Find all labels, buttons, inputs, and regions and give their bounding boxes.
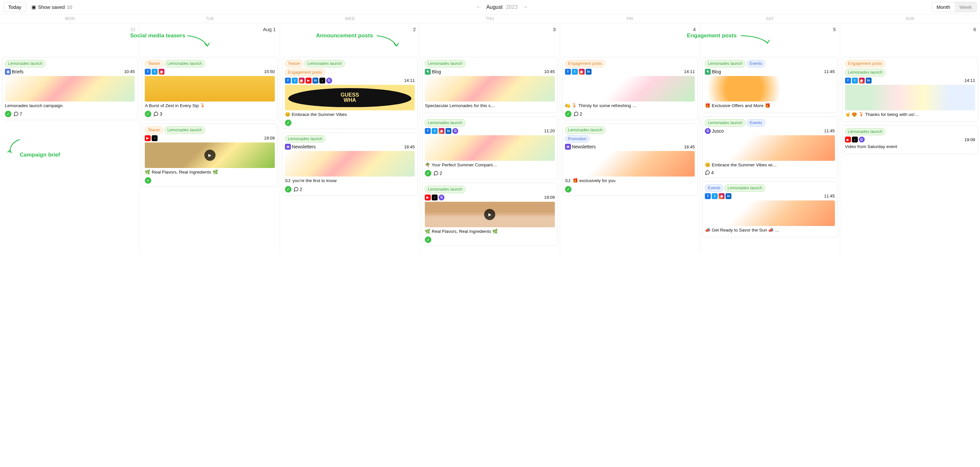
- post-thumbnail: [565, 151, 695, 176]
- weekday-fri: FRI: [560, 14, 700, 23]
- comments-count[interactable]: 2: [574, 111, 582, 117]
- day-col-4: 4 Engagement posts f t ◉ in 14:11 🍋 🍹 Th…: [560, 23, 700, 254]
- day-col-2: 2 Announcement posts Teaser Lemonades la…: [280, 23, 420, 254]
- tag-campaign: Lemonades launch: [425, 119, 465, 127]
- post-thumbnail: [285, 151, 415, 176]
- planable-icon: G: [326, 78, 332, 84]
- post-card[interactable]: Lemonades launch ✎Blog 10:45 Spectacular…: [422, 57, 557, 113]
- twitter-icon: t: [152, 69, 158, 75]
- status-check-icon: ✓: [145, 111, 151, 117]
- post-card[interactable]: Lemonades launch ▶ ♪ G 19:09 ▶ 🌿 Real Fl…: [422, 183, 557, 246]
- next-month-arrow[interactable]: →: [521, 3, 529, 11]
- topbar: Today ▣ Show saved 10 ← August 2023 → Mo…: [0, 0, 980, 14]
- channel-label: Jusco: [712, 129, 724, 133]
- view-week-tab[interactable]: Week: [955, 2, 977, 12]
- post-title: Lemonades launch campaign: [5, 103, 135, 109]
- post-time: 14:11: [964, 78, 975, 83]
- channel-label: Blog: [712, 69, 721, 74]
- instagram-icon: ◉: [859, 78, 865, 84]
- post-card[interactable]: Teaser Lemonades launch Engagement posts…: [282, 57, 418, 129]
- post-card[interactable]: Lemonades launch ✉Newsletters 18:45 SJ: …: [282, 132, 418, 195]
- linkedin-icon: in: [725, 193, 732, 199]
- post-card[interactable]: Events Lemonades launch f t ◉ in 11:45 📣…: [702, 181, 837, 237]
- tag-campaign: Lemonades launch: [565, 126, 606, 134]
- tag-engagement: Engagement posts: [285, 69, 325, 76]
- post-thumbnail: [145, 76, 274, 102]
- comments-count[interactable]: 7: [13, 111, 22, 117]
- post-time: 10:45: [124, 69, 135, 74]
- show-saved-toggle[interactable]: ▣ Show saved 10: [32, 4, 72, 10]
- view-month-tab[interactable]: Month: [932, 2, 955, 12]
- annotation-brief: Campaign brief: [20, 152, 60, 158]
- post-time: 19:09: [964, 137, 975, 142]
- blog-icon: ✎: [705, 69, 711, 75]
- tag-campaign: Lemonades launch: [285, 135, 326, 143]
- comments-count[interactable]: 2: [293, 187, 302, 192]
- post-card[interactable]: Lemonades launch ▶ ♪ G 19:09 Video from …: [842, 125, 978, 154]
- year-label: 2023: [506, 4, 517, 10]
- weekday-sun: SUN: [840, 14, 980, 23]
- post-thumbnail: [425, 135, 555, 161]
- post-title: 😊 Embrace the Summer Vibes: [285, 112, 415, 118]
- tag-campaign: Lemonades launch: [304, 60, 345, 67]
- post-card[interactable]: Lemonades launch Events ✎Blog 11:45 🎁 Ex…: [702, 57, 837, 113]
- comments-count[interactable]: 2: [433, 171, 442, 176]
- today-button[interactable]: Today: [3, 2, 26, 12]
- day-number: 3: [422, 25, 557, 35]
- prev-month-arrow[interactable]: ←: [475, 3, 483, 11]
- post-time: 11:45: [824, 69, 835, 74]
- tiktok-icon: ♪: [432, 195, 438, 200]
- tag-campaign: Lemonades launch: [845, 128, 886, 136]
- channel-label: Newsletters: [292, 144, 316, 149]
- comments-count[interactable]: 3: [153, 111, 162, 117]
- status-check-icon: ✓: [5, 111, 11, 117]
- post-title: 😊 Embrace the Summer Vibes wi…: [705, 162, 835, 168]
- post-card[interactable]: Engagement posts Lemonades launch f t ◉ …: [842, 57, 978, 122]
- tag-promotion: Promotion: [565, 135, 590, 143]
- post-thumbnail: [5, 76, 135, 102]
- tag-events: Events: [705, 184, 723, 192]
- saved-count: 10: [67, 4, 72, 10]
- facebook-icon: f: [285, 78, 291, 84]
- comments-count[interactable]: 4: [705, 170, 714, 175]
- tag-campaign: Lemonades launch: [845, 69, 886, 76]
- post-thumbnail: ▶: [425, 202, 555, 227]
- month-label: August: [487, 4, 503, 10]
- youtube-icon: ▶: [145, 135, 151, 141]
- tag-campaign: Lemonades launch: [724, 184, 765, 192]
- tag-engagement: Engagement posts: [565, 60, 605, 67]
- weekday-sat: SAT: [700, 14, 840, 23]
- day-col-3: 3 Lemonades launch ✎Blog 10:45 Spectacul…: [420, 23, 560, 254]
- day-col-5: 5 Engagement posts Lemonades launch Even…: [700, 23, 840, 254]
- post-card[interactable]: Lemonades launch Promotion ✉Newsletters …: [562, 124, 698, 195]
- post-thumbnail: [565, 76, 695, 102]
- post-title: Video from Saturday event: [845, 144, 975, 150]
- status-check-icon: ✓: [285, 119, 291, 126]
- weekday-tue: TUE: [140, 14, 280, 23]
- weekday-mon: MON: [0, 14, 140, 23]
- twitter-icon: t: [572, 69, 578, 75]
- tiktok-icon: ♪: [152, 135, 158, 141]
- post-card[interactable]: Lemonades launch f t ◉ in G 11:20 🌴 Your…: [422, 116, 557, 179]
- post-time: 11:45: [824, 129, 835, 133]
- post-card[interactable]: Lemonades launch ▤Briefs 10:45 Lemonades…: [2, 57, 138, 120]
- tag-events: Events: [747, 60, 765, 67]
- post-card[interactable]: Engagement posts f t ◉ in 14:11 🍋 🍹 Thir…: [562, 57, 698, 120]
- status-check-icon: ✓: [565, 111, 571, 117]
- post-thumbnail: GUESSWHAGIF: [285, 85, 415, 110]
- twitter-icon: t: [432, 128, 438, 134]
- post-card[interactable]: Teaser Lemonades launch ▶ ♪ 19:09 ▶ 🌿 Re…: [142, 124, 277, 187]
- planable-icon: G: [859, 137, 865, 143]
- post-time: 10:45: [544, 69, 555, 74]
- channel-label: Briefs: [12, 69, 24, 74]
- post-card[interactable]: Teaser Lemonades launch f t ◉ 15:50 A Bu…: [142, 57, 277, 120]
- tiktok-icon: ♪: [319, 78, 325, 84]
- instagram-icon: ◉: [579, 69, 585, 75]
- facebook-icon: f: [705, 193, 711, 199]
- tag-events: Events: [747, 119, 765, 127]
- weekday-wed: WED: [280, 14, 420, 23]
- status-check-icon: ✓: [285, 186, 291, 192]
- post-time: 15:50: [264, 69, 275, 74]
- post-title: 🌿 Real Flavors, Real Ingredients 🌿: [145, 169, 274, 175]
- post-card[interactable]: Lemonades launch Events GJusco 11:45 😊 E…: [702, 116, 837, 178]
